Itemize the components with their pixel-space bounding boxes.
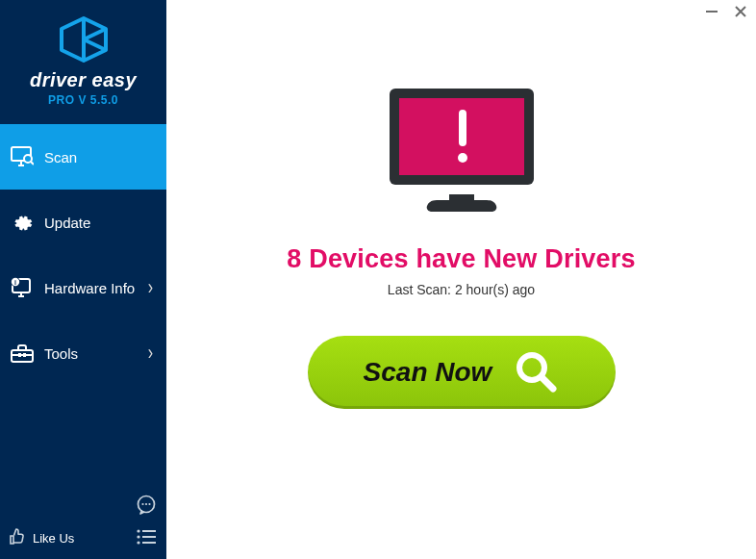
thumbs-up-icon [8,527,27,549]
sidebar-item-tools[interactable]: Tools › [0,320,166,386]
logo-icon [56,15,112,64]
brand-title: driver easy [30,69,137,91]
hardware-info-icon: i [10,275,35,300]
svg-point-22 [458,153,467,163]
gear-icon [10,210,35,235]
close-button[interactable] [733,4,748,19]
chat-icon[interactable] [136,495,157,520]
nav-label: Tools [44,345,148,362]
main-panel: 8 Devices have New Drivers Last Scan: 2 … [166,0,756,559]
scan-now-label: Scan Now [364,357,492,388]
nav-label: Update [44,215,153,231]
toolbox-icon [10,341,35,366]
sidebar-footer: Like Us [0,487,166,559]
svg-text:i: i [14,279,16,286]
svg-rect-16 [142,536,156,538]
nav-label: Hardware Info [44,280,148,296]
sidebar-item-hardware-info[interactable]: i Hardware Info › [0,255,166,320]
svg-point-2 [24,155,32,163]
svg-rect-8 [23,353,26,357]
monitor-search-icon [10,144,35,169]
like-us-label: Like Us [33,531,74,546]
magnify-icon [513,348,559,397]
headline-text: 8 Devices have New Drivers [287,244,635,274]
svg-point-15 [137,535,139,538]
svg-point-17 [137,541,139,544]
menu-list-icon[interactable] [136,528,157,549]
like-us-button[interactable]: Like Us [8,527,74,549]
svg-rect-7 [18,353,21,357]
svg-point-11 [145,503,147,505]
brand-version: PRO V 5.5.0 [48,93,118,107]
brand-block: driver easy PRO V 5.5.0 [0,0,166,116]
sidebar-item-scan[interactable]: Scan [0,124,166,190]
window-controls [704,4,748,19]
svg-rect-18 [142,542,156,544]
minimize-button[interactable] [704,4,719,19]
svg-point-10 [141,503,143,505]
chevron-right-icon: › [148,341,153,365]
scan-now-button[interactable]: Scan Now [308,336,616,409]
nav-label: Scan [44,149,153,165]
sidebar: driver easy PRO V 5.5.0 Scan [0,0,166,559]
sidebar-nav: Scan Update i H [0,124,166,487]
monitor-warning-icon [380,81,543,229]
last-scan-text: Last Scan: 2 hour(s) ago [388,282,535,297]
svg-rect-14 [142,530,156,532]
svg-point-12 [148,503,150,505]
sidebar-item-update[interactable]: Update [0,190,166,255]
svg-point-13 [137,529,139,532]
svg-rect-21 [459,110,466,146]
chevron-right-icon: › [148,275,153,299]
